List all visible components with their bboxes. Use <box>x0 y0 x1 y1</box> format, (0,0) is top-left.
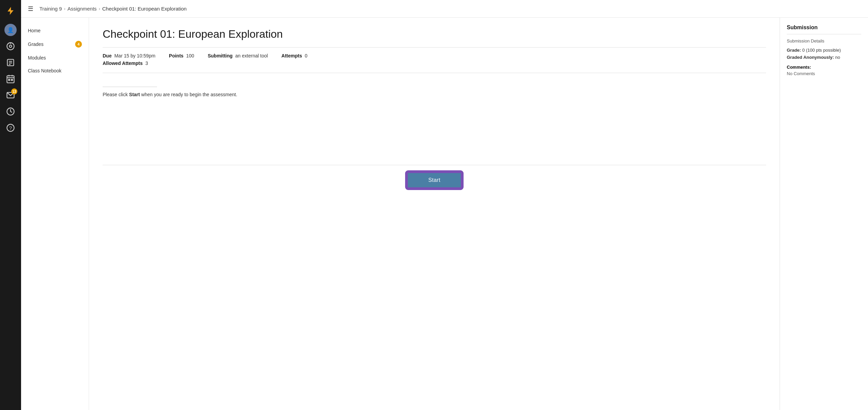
sidebar-class-notebook-label: Class Notebook <box>28 68 62 73</box>
dashboard-icon[interactable] <box>3 39 18 54</box>
bottom-divider <box>103 165 766 165</box>
grade-row: Grade: 0 (100 pts possible) <box>787 48 861 53</box>
start-button[interactable]: Start <box>407 172 462 188</box>
main-content: Checkpoint 01: European Exploration Due … <box>89 18 780 410</box>
due-meta: Due Mar 15 by 10:59pm <box>103 53 155 58</box>
instruction-line <box>103 87 157 87</box>
top-bar: ☰ Training 9 › Assignments › Checkpoint … <box>21 0 868 18</box>
user-avatar: 👤 <box>4 24 17 36</box>
points-label: Points <box>169 53 184 58</box>
attempts-meta: Attempts 0 <box>281 53 307 58</box>
meta-row-2: Allowed Attempts 3 <box>103 61 766 66</box>
breadcrumb: Training 9 › Assignments › Checkpoint 01… <box>39 6 187 12</box>
calendar-icon[interactable] <box>3 71 18 86</box>
panel-subtitle: Submission Details <box>787 38 861 44</box>
inbox-badge: 13 <box>11 88 17 95</box>
due-label: Due <box>103 53 111 58</box>
sidebar-item-home[interactable]: Home <box>21 24 89 37</box>
instruction-area: Please click Start when you are ready to… <box>103 87 766 155</box>
breadcrumb-sep-2: › <box>99 6 100 11</box>
sidebar-item-class-notebook[interactable]: Class Notebook <box>21 65 89 77</box>
sidebar-item-grades[interactable]: Grades 4 <box>21 37 89 51</box>
submitting-meta: Submitting an external tool <box>208 53 268 58</box>
due-value: Mar 15 by 10:59pm <box>114 53 155 58</box>
svg-rect-12 <box>11 79 13 81</box>
left-nav: 👤 13 <box>0 0 21 410</box>
sidebar-item-modules[interactable]: Modules <box>21 52 89 64</box>
comments-label: Comments: <box>787 65 861 70</box>
grade-label: Grade: <box>787 48 801 53</box>
breadcrumb-sep-1: › <box>64 6 65 11</box>
breadcrumb-course[interactable]: Training 9 <box>39 6 62 12</box>
logo-icon[interactable] <box>3 3 18 18</box>
hamburger-menu[interactable]: ☰ <box>28 5 33 13</box>
help-icon[interactable]: ? <box>3 120 18 135</box>
start-word: Start <box>129 92 140 97</box>
submitting-value: an external tool <box>235 53 268 58</box>
breadcrumb-current: Checkpoint 01: European Exploration <box>102 6 187 12</box>
course-sidebar: Home Grades 4 Modules Class Notebook <box>21 18 89 410</box>
grades-badge: 4 <box>75 41 82 48</box>
svg-text:?: ? <box>9 125 12 131</box>
sidebar-grades-label: Grades <box>28 41 44 47</box>
submission-panel: Submission Submission Details Grade: 0 (… <box>780 18 868 410</box>
start-button-wrapper: Start <box>103 172 766 188</box>
svg-point-1 <box>10 45 12 48</box>
attempts-label: Attempts <box>281 53 302 58</box>
page-title: Checkpoint 01: European Exploration <box>103 28 766 40</box>
breadcrumb-section[interactable]: Assignments <box>68 6 97 12</box>
avatar-icon[interactable]: 👤 <box>3 22 18 37</box>
history-icon[interactable] <box>3 104 18 119</box>
pages-icon[interactable] <box>3 55 18 70</box>
svg-rect-7 <box>7 76 14 83</box>
graded-anon-value: no <box>835 55 840 60</box>
sidebar-modules-label: Modules <box>28 55 46 61</box>
panel-title: Submission <box>787 24 861 31</box>
svg-rect-11 <box>8 79 10 81</box>
graded-anon-label: Graded Anonymously: <box>787 55 834 60</box>
submitting-label: Submitting <box>208 53 232 58</box>
allowed-attempts-value: 3 <box>145 61 148 66</box>
sidebar-home-label: Home <box>28 28 40 33</box>
inbox-icon[interactable]: 13 <box>3 88 18 103</box>
meta-divider <box>103 73 766 73</box>
grade-value: 0 <box>802 48 805 53</box>
title-divider <box>103 47 766 48</box>
grade-possible: (100 pts possible) <box>806 48 841 53</box>
comments-value: No Comments <box>787 71 861 76</box>
points-meta: Points 100 <box>169 53 194 58</box>
instruction-text: Please click Start when you are ready to… <box>103 92 766 97</box>
allowed-attempts-label: Allowed Attempts <box>103 61 143 66</box>
points-value: 100 <box>186 53 194 58</box>
panel-divider <box>787 34 861 34</box>
attempts-value: 0 <box>305 53 308 58</box>
graded-anon-row: Graded Anonymously: no <box>787 55 861 60</box>
meta-row-1: Due Mar 15 by 10:59pm Points 100 Submitt… <box>103 53 766 58</box>
